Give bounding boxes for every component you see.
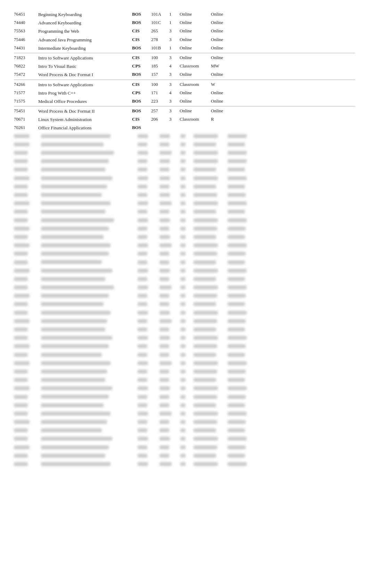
blurred-credits <box>180 411 191 417</box>
course-location: Classroom <box>180 63 211 69</box>
blurred-loc <box>194 462 225 467</box>
course-num: 265 <box>151 28 169 34</box>
blurred-table-row <box>14 385 355 393</box>
blurred-name <box>41 142 135 148</box>
course-location: Online <box>180 28 211 34</box>
blurred-dept <box>138 167 157 173</box>
table-row: 74440 Advanced Keyboarding BOS 101C 1 On… <box>14 19 355 27</box>
blurred-num <box>159 436 178 442</box>
blurred-table-row <box>14 410 355 418</box>
course-num: 101A <box>151 11 169 17</box>
blurred-days <box>228 302 252 307</box>
course-dept: BOS <box>132 72 151 77</box>
blurred-table-row <box>14 233 355 242</box>
blurred-id <box>14 226 38 232</box>
course-dept: CIS <box>132 28 151 34</box>
blurred-days <box>228 159 252 164</box>
blurred-credits <box>180 361 191 367</box>
course-name: Advanced Java Programming <box>38 37 132 43</box>
blurred-table-row <box>14 208 355 216</box>
course-id: 76822 <box>14 63 38 69</box>
table-row: 76451 Beginning Keyboarding BOS 101A 1 O… <box>14 10 355 19</box>
blurred-num <box>159 159 178 164</box>
blurred-id <box>14 378 38 383</box>
blurred-days <box>228 268 252 274</box>
blurred-credits <box>180 445 191 451</box>
blurred-days <box>228 311 252 316</box>
course-credits: 3 <box>169 98 180 104</box>
blurred-num <box>159 369 178 375</box>
blurred-table-row <box>14 402 355 410</box>
blurred-id <box>14 277 38 282</box>
blurred-dept <box>138 311 157 316</box>
blurred-credits <box>180 235 191 240</box>
blurred-days <box>228 260 252 266</box>
blurred-dept <box>138 395 157 400</box>
course-dept: CIS <box>132 37 151 42</box>
course-name: Programming the Web <box>38 28 132 34</box>
blurred-credits <box>180 453 191 459</box>
blurred-name <box>41 201 135 207</box>
blurred-id <box>14 428 38 434</box>
blurred-name <box>41 150 135 156</box>
blurred-table-row <box>14 284 355 292</box>
blurred-dept <box>138 268 157 274</box>
blurred-table-row <box>14 250 355 258</box>
blurred-days <box>228 142 252 148</box>
blurred-num <box>159 378 178 383</box>
course-id: 74431 <box>14 45 38 51</box>
course-name: Intro to Software Applications <box>38 55 132 61</box>
course-num: 206 <box>151 116 169 122</box>
blurred-loc <box>194 361 225 367</box>
blurred-dept <box>138 293 157 299</box>
blurred-dept <box>138 403 157 409</box>
blurred-dept <box>138 235 157 240</box>
blurred-loc <box>194 336 225 341</box>
table-row: 75451 Word Process & Doc Format II BOS 2… <box>14 107 355 115</box>
course-id: 71577 <box>14 90 38 96</box>
course-id: 74440 <box>14 20 38 25</box>
blurred-days <box>228 369 252 375</box>
blurred-days <box>228 134 252 139</box>
blurred-days <box>228 453 252 459</box>
blurred-loc <box>194 209 225 215</box>
table-row: 75472 Word Process & Doc Format I BOS 15… <box>14 71 355 80</box>
blurred-days <box>228 420 252 425</box>
blurred-table-row <box>14 149 355 158</box>
blurred-dept <box>138 285 157 291</box>
course-days: Online <box>211 37 235 42</box>
blurred-loc <box>194 293 225 299</box>
blurred-loc <box>194 403 225 409</box>
blurred-num <box>159 428 178 434</box>
course-days: Online <box>211 108 235 114</box>
course-location: Online <box>180 37 211 42</box>
blurred-table-row <box>14 418 355 427</box>
blurred-table-row <box>14 300 355 309</box>
blurred-num <box>159 327 178 333</box>
blurred-name <box>41 335 135 341</box>
blurred-days <box>228 201 252 207</box>
blurred-days <box>228 151 252 156</box>
blurred-num <box>159 344 178 349</box>
blurred-num <box>159 453 178 459</box>
blurred-num <box>159 209 178 215</box>
blurred-credits <box>180 403 191 409</box>
blurred-id <box>14 134 38 139</box>
blurred-table-row <box>14 393 355 401</box>
blurred-num <box>159 260 178 266</box>
blurred-name <box>41 243 135 249</box>
blurred-dept <box>138 243 157 249</box>
visible-rows: 76451 Beginning Keyboarding BOS 101A 1 O… <box>14 10 355 132</box>
course-days: MW <box>211 63 235 69</box>
blurred-table-row <box>14 258 355 267</box>
course-location: Online <box>180 90 211 96</box>
blurred-days <box>228 327 252 333</box>
blurred-id <box>14 361 38 367</box>
course-credits: 3 <box>169 37 180 42</box>
blurred-credits <box>180 327 191 333</box>
blurred-id <box>14 327 38 333</box>
blurred-loc <box>194 243 225 249</box>
course-id: 71823 <box>14 55 38 61</box>
blurred-dept <box>138 445 157 451</box>
blurred-table-row <box>14 275 355 284</box>
